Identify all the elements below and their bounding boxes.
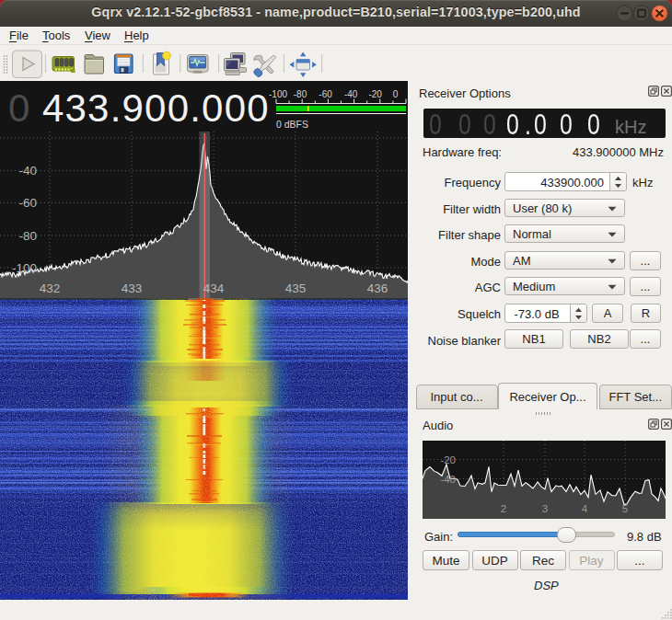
svg-text:436: 436 bbox=[367, 281, 388, 295]
svg-text:-20: -20 bbox=[368, 89, 382, 99]
svg-text:-100: -100 bbox=[269, 89, 287, 99]
svg-text:-60: -60 bbox=[18, 196, 37, 210]
svg-text:-20: -20 bbox=[440, 454, 456, 465]
svg-text:-40: -40 bbox=[344, 89, 358, 99]
svg-text:0: 0 bbox=[393, 89, 399, 99]
svg-text:434: 434 bbox=[203, 281, 225, 295]
svg-text:-40: -40 bbox=[440, 474, 456, 485]
svg-text:-40: -40 bbox=[18, 164, 37, 178]
svg-text:2: 2 bbox=[501, 503, 506, 514]
svg-text:5: 5 bbox=[622, 503, 628, 514]
svg-text:3: 3 bbox=[542, 503, 548, 514]
svg-text:432: 432 bbox=[40, 281, 61, 295]
svg-text:-60: -60 bbox=[319, 89, 332, 99]
svg-text:-80: -80 bbox=[18, 229, 37, 243]
svg-text:-100: -100 bbox=[12, 261, 37, 275]
svg-text:0 dBFS: 0 dBFS bbox=[276, 119, 308, 129]
svg-text:-80: -80 bbox=[294, 89, 307, 99]
svg-text:435: 435 bbox=[285, 281, 307, 295]
svg-text:4: 4 bbox=[582, 503, 588, 514]
svg-text:433: 433 bbox=[122, 281, 143, 295]
